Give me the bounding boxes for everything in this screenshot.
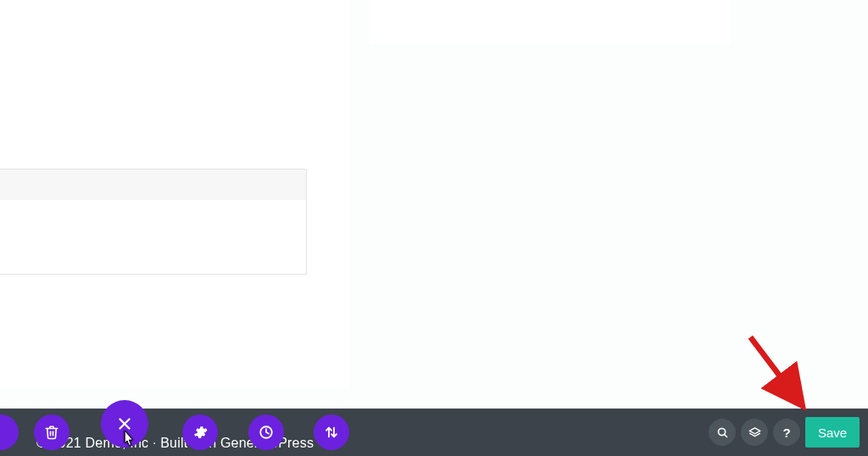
svg-marker-5 [749, 427, 760, 433]
clock-icon [259, 425, 274, 440]
save-button-label: Save [818, 425, 847, 440]
close-button[interactable] [101, 400, 148, 448]
bottom-toolbar: © 2021 Demo, Inc · Built with GeneratePr… [0, 409, 868, 456]
builder-canvas: © 2021 Demo, Inc · Built with GeneratePr… [0, 0, 868, 456]
preview-card-right [370, 0, 731, 44]
widget-header[interactable] [0, 169, 307, 201]
help-button[interactable]: ? [773, 419, 800, 446]
svg-line-7 [750, 337, 796, 398]
reorder-button[interactable] [314, 414, 349, 450]
toolbar-right-group: ? [709, 409, 800, 456]
search-icon [716, 426, 729, 439]
layers-button[interactable] [741, 419, 768, 446]
sort-icon [324, 425, 339, 440]
close-icon [115, 414, 134, 433]
preview-panel-left [0, 0, 350, 388]
layers-icon [748, 426, 761, 439]
history-button[interactable] [248, 414, 284, 450]
trash-icon [44, 425, 59, 440]
svg-line-4 [724, 434, 726, 437]
gear-icon [192, 425, 208, 440]
search-button[interactable] [709, 419, 736, 446]
widget-body[interactable] [0, 200, 307, 275]
annotation-arrow-icon [736, 331, 817, 412]
help-icon: ? [782, 425, 790, 440]
settings-button[interactable] [182, 414, 218, 450]
save-button[interactable]: Save [805, 417, 860, 448]
delete-button[interactable] [34, 414, 70, 450]
